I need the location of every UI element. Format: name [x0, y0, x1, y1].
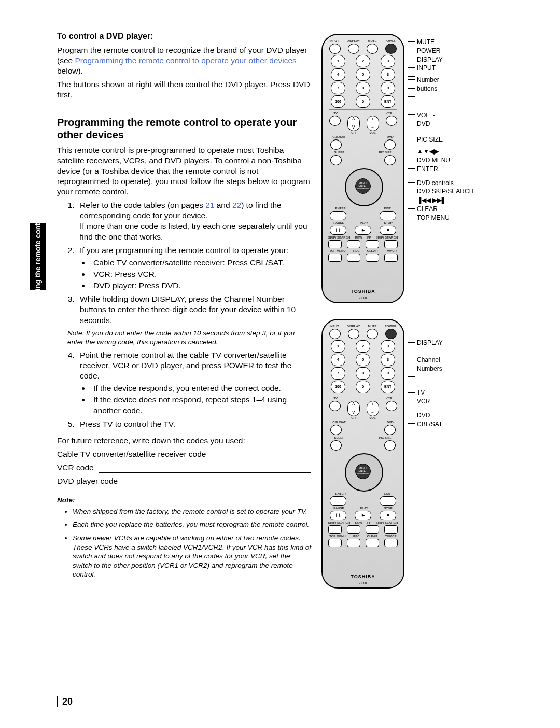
dvd-para-2: The buttons shown at right will then con…: [57, 79, 311, 100]
callout-numbers-a: Number: [408, 76, 473, 85]
code-line-vcr: VCR code: [57, 463, 311, 473]
num-5: 5: [356, 68, 370, 81]
step-2: If you are programming the remote contro…: [77, 245, 311, 291]
step-5: Press TV to control the TV.: [77, 419, 311, 429]
callout-vol: VOL+-: [408, 111, 473, 120]
prog-heading: Programming the remote control to operat…: [57, 116, 311, 141]
topmenu-button: [328, 254, 342, 262]
mute-button-2: [367, 329, 378, 339]
note-2: Each time you replace the batteries, you…: [73, 520, 311, 529]
step-1: Refer to the code tables (on pages 21 an…: [77, 200, 311, 242]
mute-button: [367, 44, 378, 54]
callout-mute: MUTE: [408, 38, 473, 47]
callout2-display: DISPLAY: [408, 339, 443, 347]
menu-enter-button: MENU/ENTERDVD MENU: [355, 178, 371, 194]
step-3: While holding down DISPLAY, press the Ch…: [77, 294, 311, 325]
dvd-heading: To control a DVD player:: [57, 31, 311, 42]
num-ent: ENT: [381, 95, 395, 108]
prog-steps-cont: Point the remote control at the cable TV…: [57, 350, 311, 429]
callout-dvdcontrols: DVD controls: [408, 179, 473, 188]
display-button-2: [348, 329, 359, 339]
side-tab: Using the remote control: [30, 223, 46, 290]
callout-topmenu: TOP MENU: [408, 214, 473, 222]
num-6: 6: [381, 68, 395, 81]
code-line-dvd: DVD player code: [57, 476, 311, 486]
input-button-2: [329, 329, 341, 339]
note-1: When shipped from the factory, the remot…: [73, 507, 311, 516]
code-line-cbl: Cable TV converter/satellite receiver co…: [57, 449, 311, 459]
vol-rocker: +−: [367, 116, 379, 131]
callout-display: DISPLAY: [408, 55, 473, 64]
callout2-dvd: DVD: [408, 411, 443, 420]
callout-numbers-b: buttons: [408, 85, 473, 93]
step-2b: VCR: Press VCR.: [90, 269, 311, 279]
vcr-button: [386, 116, 397, 126]
page-21-link[interactable]: 21: [205, 201, 214, 209]
callout-dvdmenu: DVD MENU: [408, 156, 473, 165]
num-9: 9: [381, 82, 395, 94]
dvd-para-1: Program the remote control to recognize …: [57, 45, 311, 76]
dvd-button: [384, 139, 396, 150]
sleep-button: [330, 155, 342, 165]
rec-button: [347, 254, 360, 262]
brand-label: TOSHIBA: [351, 289, 375, 294]
exit-button: [380, 211, 396, 220]
callout-dvd: DVD: [408, 120, 473, 129]
tv-button: [329, 116, 341, 126]
input-button: [329, 44, 341, 54]
callout2-channel-a: Channel: [408, 356, 443, 365]
display-button: [348, 44, 359, 54]
page-22-link[interactable]: 22: [232, 201, 241, 209]
clear-button: [366, 254, 379, 262]
stop-button: ■: [380, 226, 396, 235]
num-7: 7: [331, 82, 345, 94]
callout-power: POWER: [408, 47, 473, 55]
note-3: Some newer VCRs are capable of working o…: [73, 534, 311, 579]
num-3: 3: [381, 55, 395, 67]
num-0: 0: [356, 95, 370, 108]
rew-button: [347, 240, 360, 248]
callout-enter: ENTER: [408, 165, 473, 174]
num-2: 2: [356, 55, 370, 67]
num-1: 1: [331, 55, 345, 67]
callout-skip-icons: ▐◀◀ ▶▶▌: [408, 196, 473, 205]
ff-button: [366, 240, 379, 248]
num-100: 100: [331, 95, 345, 108]
callout-clear: CLEAR: [408, 205, 473, 214]
programming-link[interactable]: Programming the remote control to operat…: [75, 56, 296, 65]
cbl-button: [330, 139, 342, 150]
page-number: 20: [57, 696, 73, 707]
pause-button: ❙❙: [330, 226, 346, 235]
skip-back-button: [328, 240, 342, 248]
skip-fwd-button: [384, 240, 398, 248]
model-label: CT-885: [359, 296, 367, 299]
remote-figure-2: INPUTDISPLAYMUTEPOWER 123 456 789 1000EN…: [321, 319, 508, 589]
power-button: [385, 44, 397, 54]
notes-heading: Note:: [57, 496, 311, 505]
callouts-2: DISPLAY Channel Numbers TV VCR DVD CBL/S…: [408, 319, 443, 589]
callout-dvdskip: DVD SKIP/SEARCH: [408, 187, 473, 196]
inline-note: Note: If you do not enter the code withi…: [67, 329, 311, 347]
prog-steps: Refer to the code tables (on pages 21 an…: [57, 200, 311, 326]
num-8: 8: [356, 82, 370, 94]
callout-input: INPUT: [408, 64, 473, 73]
callout2-tv: TV: [408, 388, 443, 397]
step-4: Point the remote control at the cable TV…: [77, 350, 311, 416]
callout2-cbl: CBL/SAT: [408, 420, 443, 429]
step-4b: If the device does not respond, repeat s…: [90, 395, 311, 415]
picsize-button: [384, 155, 396, 165]
step-2c: DVD player: Press DVD.: [90, 281, 311, 291]
num-4: 4: [331, 68, 345, 81]
callout-picsize: PIC SIZE: [408, 135, 473, 144]
dpad: MENU/ENTERDVD MENU: [340, 168, 386, 204]
play-button: ▶: [355, 226, 371, 235]
codes-intro: For future reference, write down the cod…: [57, 436, 311, 446]
remote-1: INPUTDISPLAYMUTEPOWER 123 456 789 1000EN…: [321, 34, 404, 303]
notes-block: Note: When shipped from the factory, the…: [57, 496, 311, 579]
power-button-2: [385, 329, 397, 339]
remote-2: INPUTDISPLAYMUTEPOWER 123 456 789 1000EN…: [321, 319, 404, 589]
enter-button: [330, 211, 346, 220]
codes-block: For future reference, write down the cod…: [57, 436, 311, 487]
step-2a: Cable TV converter/satellite receiver: P…: [90, 258, 311, 268]
tvvcr-button: [384, 254, 398, 262]
